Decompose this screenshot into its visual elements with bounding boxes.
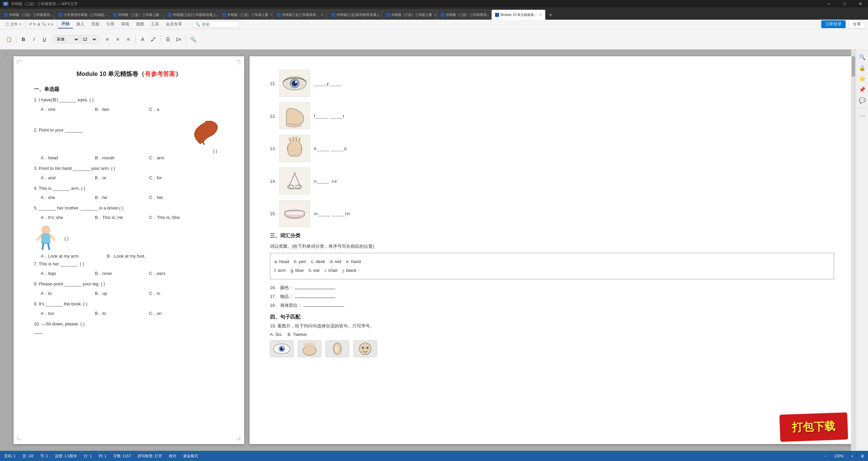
tab-label-8: 外研版（三起）三年级上册	[391, 13, 432, 17]
download-badge[interactable]: 打包下载	[780, 413, 848, 442]
tab-3[interactable]: 外研版（三起）三年级上册... ✕	[109, 9, 163, 20]
font-size-select[interactable]: 12 14 16	[80, 35, 97, 43]
menu-page[interactable]: 页面	[88, 20, 103, 28]
menu-insert[interactable]: 插入	[73, 20, 88, 28]
fill-num-13: 13.	[270, 146, 279, 151]
svg-line-6	[48, 244, 49, 249]
bold-button[interactable]: B	[19, 35, 28, 44]
align-center-button[interactable]: ≡	[113, 35, 122, 44]
align-right-button[interactable]: ≡	[123, 35, 133, 44]
maximize-button[interactable]: □	[837, 0, 852, 7]
tab-close-5[interactable]: ✕	[270, 13, 273, 17]
scrollbar-thumb[interactable]	[852, 56, 855, 77]
question-8: 8. Please point _______ your leg. ( )	[34, 281, 224, 288]
scrollbar-vertical[interactable]	[851, 49, 856, 451]
menu-file[interactable]: 三 文件 ∨	[3, 21, 24, 27]
paste-button[interactable]: 📋	[4, 35, 14, 44]
minimize-button[interactable]: ─	[821, 0, 837, 7]
toolbar: 📋 B I U 宋体 微软雅黑 黑体 12 14 16 ≡ ≡ ≡ A 🖍 ☰ …	[0, 29, 868, 49]
menu-review[interactable]: 审阅	[118, 20, 133, 28]
menu-tools[interactable]: 工具	[147, 20, 162, 28]
option-6a: A．Look at my arm.	[41, 253, 80, 259]
corner-tr	[236, 60, 240, 64]
search-box[interactable]: 🔍	[192, 21, 239, 28]
status-view-mode[interactable]: ⊞	[861, 454, 864, 458]
side-icon-comment[interactable]: 💬	[857, 96, 867, 105]
svg-point-39	[362, 347, 364, 349]
q-num-17: 17.	[270, 294, 280, 299]
search-input[interactable]	[202, 22, 236, 27]
menu-home[interactable]: 开始	[58, 20, 73, 28]
top-right-area: 立即登录 分享	[821, 20, 865, 28]
menu-ref[interactable]: 引用	[103, 20, 118, 28]
font-family-select[interactable]: 宋体 微软雅黑 黑体	[54, 35, 79, 43]
tab-8[interactable]: 外研版（三起）三年级上册 ✕	[382, 9, 436, 20]
side-icon-star[interactable]: ⭐	[857, 74, 867, 83]
italic-button[interactable]: I	[29, 35, 39, 44]
toolbar-buttons: 📋 B I U 宋体 微软雅黑 黑体 12 14 16 ≡ ≡ ≡ A 🖍 ☰ …	[4, 35, 198, 44]
option-9c: C．on	[149, 310, 190, 317]
tab-icon-9	[440, 13, 445, 17]
underline-button[interactable]: U	[40, 35, 49, 44]
kid-image	[34, 225, 58, 252]
tab-close-10[interactable]: ✕	[539, 13, 542, 17]
options-8: A．to B．up C．in	[34, 290, 224, 297]
tab-label-9: 外研版（三起）三年级英语...	[446, 13, 489, 17]
menu-sep	[25, 22, 25, 27]
question-3: 3. Point to his hand _______ your arm. (…	[34, 165, 224, 172]
status-wordcount: 字数: 1157	[113, 454, 131, 459]
bullet-list-button[interactable]: ☰	[163, 35, 173, 44]
status-proofread[interactable]: 校对	[169, 454, 176, 459]
tab-9[interactable]: 外研版（三起）三年级英语... ✕	[437, 9, 491, 20]
fill-item-14: 14. n____ se	[270, 167, 834, 195]
tab-7[interactable]: 外研版(三起)高年级英语通上... ✕	[328, 9, 382, 20]
status-zoom-in[interactable]: ＋	[850, 454, 854, 459]
fill-item-15: 15. m____ ____th	[270, 200, 834, 227]
menu-vip[interactable]: 会员专享	[162, 20, 185, 28]
tab-1[interactable]: 外研版（三起）三年级英语... ✕	[0, 9, 54, 20]
highlight-button[interactable]: 🖍	[149, 35, 158, 44]
close-button[interactable]: ✕	[852, 0, 868, 7]
question-10-cont: ——.	[34, 330, 224, 337]
menu-view[interactable]: 视图	[133, 20, 147, 28]
tab-2[interactable]: 小学英语外研版（三年级起... ✕	[55, 9, 109, 20]
eye-svg	[280, 70, 310, 97]
thumb-4	[353, 340, 377, 357]
question-5: 5. _______ her mother. _______ is a driv…	[34, 205, 224, 212]
side-icon-more[interactable]: ⋯	[857, 111, 867, 120]
tab-4[interactable]: 外研版(三起)三年级英语通上... ✕	[164, 9, 218, 20]
share-button[interactable]: 分享	[848, 20, 865, 28]
find-button[interactable]: 🔍	[188, 35, 198, 44]
vocab-row1: a. head b. pen c. desk d. red e. hand	[274, 257, 830, 266]
section1-title: 一、单选题	[34, 86, 224, 93]
tab-10[interactable]: Module 10 单元精炼卷... ✕	[491, 9, 546, 20]
window-controls[interactable]: ─ □ ✕	[821, 0, 868, 7]
body-img-12	[279, 102, 310, 129]
tab-icon-6	[277, 13, 281, 17]
color-button[interactable]: A	[138, 35, 147, 44]
new-tab-button[interactable]: +	[546, 10, 555, 20]
status-zoom-out[interactable]: －	[824, 454, 827, 459]
number-list-button[interactable]: 1≡	[174, 35, 183, 44]
option-9b: B．to	[95, 310, 136, 317]
option-8a: A．to	[41, 290, 81, 297]
option-1b: B．two	[95, 106, 136, 113]
tab-close-6[interactable]: ✕	[321, 13, 323, 17]
svg-line-5	[42, 244, 43, 249]
question-4: 4. This is _______ arm. ( )	[34, 185, 224, 192]
options-5: A．It's; she B．This is; He C．This is; She	[34, 215, 224, 221]
side-icon-search[interactable]: 🔍	[857, 52, 867, 62]
menu-undo[interactable]: ↺ ↻ 🖨 🔍 ≡ ∨	[26, 21, 56, 27]
tab-close-8[interactable]: ✕	[434, 13, 436, 17]
side-icon-lock[interactable]: 🔒	[857, 63, 867, 73]
options-1: A．one B．two C．a	[34, 106, 224, 113]
tab-6[interactable]: 外研版三起三年级英语... ✕	[273, 9, 327, 20]
side-icon-pin[interactable]: 📌	[857, 85, 867, 94]
align-left-button[interactable]: ≡	[102, 35, 112, 44]
login-button[interactable]: 立即登录	[821, 20, 846, 28]
menu-sep2	[57, 22, 57, 27]
status-mode: 黄金模式	[183, 454, 198, 459]
tab-5[interactable]: 外研版（三起）三年级上册 ✕	[218, 9, 273, 20]
tab-label-1: 外研版（三起）三年级英语...	[9, 13, 53, 17]
options-6: A．Look at my arm. B．Look at my foot.	[34, 253, 224, 259]
